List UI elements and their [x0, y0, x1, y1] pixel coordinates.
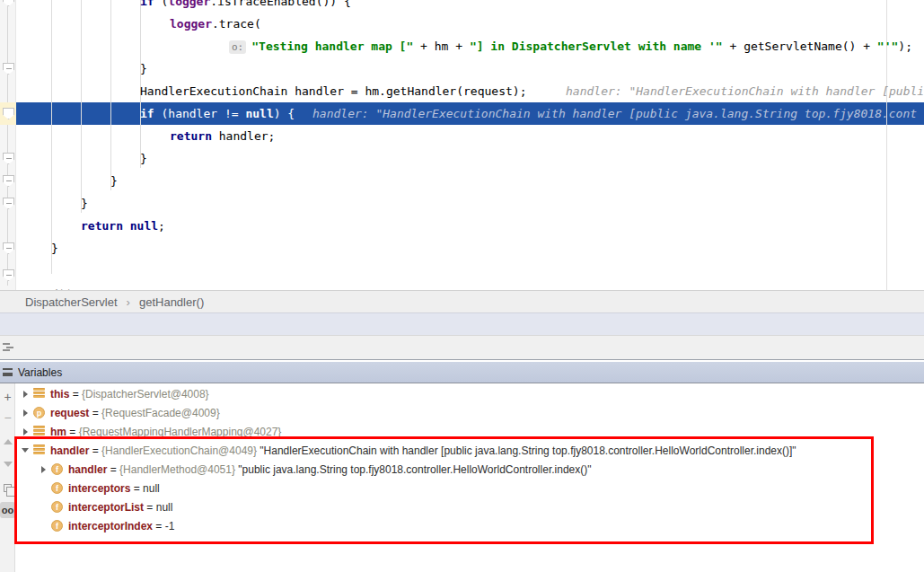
variable-row[interactable]: prequest = {RequestFacade@4009} [15, 403, 924, 422]
variable-icon [33, 388, 45, 400]
code-line[interactable]: /** [51, 282, 72, 290]
variables-panel-title: Variables [18, 366, 62, 379]
code-token: logger [168, 0, 210, 8]
ide-debugger-window: if (logger.isTraceEnabled()) {logger.tra… [0, 0, 924, 572]
code-token: } [140, 152, 147, 165]
equals-sign: = [153, 520, 165, 532]
variable-value: -1 [165, 520, 175, 532]
variable-row[interactable]: finterceptorIndex = -1 [15, 516, 924, 535]
variable-row[interactable]: finterceptors = null [15, 479, 924, 497]
variable-value: null [156, 501, 173, 514]
equals-sign: = [144, 501, 156, 514]
code-line[interactable]: } [51, 237, 58, 260]
variable-reference: {DispatcherServlet@4008} [82, 388, 209, 400]
code-token: .trace( [212, 17, 261, 31]
code-token: /** [51, 286, 72, 290]
variable-value: null [143, 482, 160, 495]
variable-row[interactable]: this = {DispatcherServlet@4008} [15, 384, 924, 403]
code-token: return [170, 129, 219, 143]
tree-chevron-down-icon[interactable] [21, 446, 30, 455]
code-token: + getServletName() + [723, 40, 877, 53]
tree-chevron-spacer [39, 522, 48, 531]
code-token: "] in DispatcherServlet with name '" [470, 40, 723, 53]
parameter-icon: p [33, 407, 45, 418]
code-line[interactable]: if (handler != null) { [140, 102, 295, 125]
variable-reference: {RequestFacade@4009} [101, 407, 220, 419]
equals-sign: = [69, 388, 82, 400]
breadcrumb-method[interactable]: getHandler() [139, 295, 204, 309]
add-watch-icon[interactable]: + [0, 389, 15, 404]
breadcrumb: DispatcherServlet › getHandler() [0, 290, 924, 312]
variable-name: handler [68, 463, 107, 476]
variable-reference: {HandlerMethod@4051} [119, 463, 235, 476]
code-token: if [140, 0, 161, 8]
code-line[interactable]: logger.trace( [170, 13, 261, 35]
code-token: } [81, 197, 88, 210]
variable-name: interceptorList [68, 501, 144, 514]
variable-name: request [50, 407, 89, 419]
code-line[interactable]: } [110, 170, 118, 192]
tree-chevron-spacer [39, 484, 48, 493]
move-up-icon[interactable] [0, 434, 15, 449]
variable-icon [33, 426, 45, 437]
code-token: } [140, 62, 147, 75]
code-token: "'" [877, 40, 898, 53]
equals-sign: = [89, 407, 101, 419]
tree-chevron-right-icon[interactable] [21, 390, 30, 399]
variables-tree[interactable]: this = {DispatcherServlet@4008}prequest … [15, 384, 924, 572]
tree-chevron-right-icon[interactable] [21, 409, 30, 418]
field-icon: f [51, 520, 63, 532]
tree-chevron-right-icon[interactable] [39, 465, 48, 474]
variable-row[interactable]: fhandler = {HandlerMethod@4051} "public … [15, 460, 924, 479]
code-line[interactable]: } [140, 147, 147, 170]
variable-name: this [50, 388, 69, 400]
code-token: (handler != [161, 107, 245, 120]
code-line[interactable]: o:"Testing handler map [" + hm + "] in D… [229, 35, 912, 57]
debugger-tab-band [0, 312, 924, 335]
code-token: "Testing handler map [" [251, 40, 413, 53]
code-token: ) { [274, 107, 295, 120]
variable-name: interceptors [68, 482, 130, 495]
tree-chevron-right-icon[interactable] [21, 427, 30, 436]
variables-panel-header: Variables [0, 362, 924, 383]
code-token: } [51, 242, 58, 255]
tree-chevron-spacer [39, 503, 48, 512]
variable-name: interceptorIndex [68, 520, 153, 532]
variable-row[interactable]: hm = {RequestMappingHandlerMapping@4027} [15, 422, 924, 441]
move-down-icon[interactable] [0, 456, 15, 471]
variable-reference: {RequestMappingHandlerMapping@4027} [79, 426, 282, 438]
breadcrumb-class[interactable]: DispatcherServlet [25, 295, 118, 309]
code-line[interactable]: HandlerExecutionChain handler = hm.getHa… [140, 80, 526, 102]
debugger-toolbar-band [0, 335, 924, 359]
indent-guide [110, 0, 111, 190]
layout-settings-icon[interactable] [3, 343, 13, 353]
code-token: + hm + [413, 40, 470, 53]
code-token: return null [81, 219, 158, 233]
code-line[interactable]: } [81, 192, 88, 215]
code-token: HandlerExecutionChain handler = hm.getHa… [140, 84, 526, 98]
code-line[interactable]: return handler; [170, 125, 275, 147]
variable-row[interactable]: finterceptorList = null [15, 497, 924, 516]
field-icon: f [51, 463, 63, 475]
field-icon: f [51, 482, 63, 494]
equals-sign: = [107, 463, 119, 476]
code-token: logger [170, 17, 212, 31]
variable-name: hm [50, 426, 66, 438]
variables-menu-icon[interactable] [3, 368, 13, 376]
variable-row[interactable]: handler = {HandlerExecutionChain@4049} "… [15, 441, 924, 460]
remove-watch-icon[interactable]: − [0, 409, 15, 425]
code-line[interactable]: return null; [81, 215, 165, 237]
code-token: ); [898, 40, 912, 53]
equals-sign: = [130, 482, 143, 495]
code-line[interactable]: if (logger.isTraceEnabled()) { [140, 0, 351, 13]
equals-sign: = [89, 444, 101, 457]
code-token: o: [229, 40, 246, 54]
indent-guide [81, 0, 82, 213]
show-watches-icon[interactable]: oo [0, 502, 15, 518]
code-line[interactable]: } [140, 57, 147, 80]
variable-string-value: "HandlerExecutionChain with handler [pub… [257, 444, 796, 457]
field-icon: f [51, 501, 63, 513]
code-token: ; [158, 219, 165, 233]
duplicate-watch-icon[interactable] [0, 480, 15, 496]
code-editor[interactable]: if (logger.isTraceEnabled()) {logger.tra… [0, 0, 924, 290]
